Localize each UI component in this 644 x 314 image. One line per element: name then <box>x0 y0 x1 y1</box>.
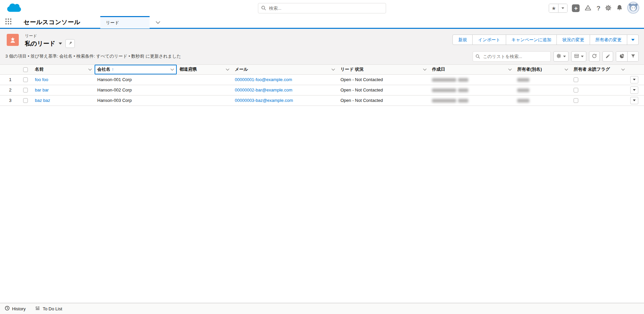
list-search-input[interactable] <box>473 51 551 62</box>
name-cell: foo foo <box>32 74 95 85</box>
more-actions-button[interactable] <box>627 35 639 45</box>
chevron-down-icon <box>331 68 335 71</box>
row-number: 3 <box>0 95 20 106</box>
tab-label: リード <box>106 20 119 26</box>
caret-down-icon <box>633 100 636 101</box>
chevron-down-icon <box>565 68 568 71</box>
change-status-button[interactable]: 状況の変更 <box>557 35 590 45</box>
tab-options-button[interactable] <box>154 18 162 26</box>
list-view-header: リード 私のリード 新規 インポート キャンペーンに追加 状況の変更 所有者の変… <box>0 29 644 65</box>
setup-button[interactable] <box>605 4 612 12</box>
chevron-down-icon <box>226 68 229 71</box>
refresh-icon <box>592 53 597 60</box>
help-button[interactable]: ? <box>596 5 600 12</box>
global-search-input[interactable] <box>258 3 386 13</box>
refresh-button[interactable] <box>589 51 600 62</box>
row-actions-button[interactable] <box>630 76 638 83</box>
list-view-controls-button[interactable] <box>553 51 569 62</box>
chevron-down-icon <box>156 20 160 25</box>
row-actions-cell <box>628 74 644 85</box>
pin-list-button[interactable] <box>65 39 75 48</box>
row-actions-cell <box>628 95 644 106</box>
header-name[interactable]: 名前 <box>32 65 95 74</box>
row-checkbox[interactable] <box>23 98 28 103</box>
chevron-down-icon <box>423 68 427 71</box>
header-company-sorted[interactable]: 会社名↑ <box>95 65 177 74</box>
favorites-star-button[interactable]: ★ <box>549 4 558 12</box>
favorites-dropdown-button[interactable] <box>558 4 567 12</box>
list-search <box>473 51 551 62</box>
row-checkbox[interactable] <box>23 88 28 92</box>
chart-filter-group <box>616 51 639 62</box>
header-lead-status[interactable]: リード 状況 <box>338 65 429 74</box>
plus-icon: + <box>572 4 580 12</box>
unread-flag-checkbox[interactable] <box>574 98 578 103</box>
change-owner-button[interactable]: 所有者の変更 <box>590 35 627 45</box>
email-link[interactable]: 00000003-baz@example.com <box>235 98 293 103</box>
row-select-cell <box>20 95 32 106</box>
search-icon <box>261 6 266 12</box>
todo-list-icon <box>35 306 40 312</box>
chevron-down-icon <box>508 68 512 71</box>
charts-button[interactable] <box>616 52 627 61</box>
favorites-button-group: ★ <box>549 4 568 13</box>
header-email[interactable]: メール <box>232 65 338 74</box>
name-cell: baz baz <box>32 95 95 106</box>
question-mark-icon: ? <box>596 5 600 12</box>
user-profile-button[interactable] <box>627 2 639 15</box>
guidance-center-button[interactable] <box>584 4 592 12</box>
bell-icon <box>616 4 623 12</box>
row-actions-button[interactable] <box>630 97 638 104</box>
caret-down-icon <box>633 89 636 91</box>
chevron-down-icon <box>621 68 625 71</box>
header-created-date[interactable]: 作成日 <box>429 65 515 74</box>
utility-todo-list-button[interactable]: To Do List <box>30 303 67 314</box>
row-checkbox[interactable] <box>23 77 28 82</box>
email-link[interactable]: 00000001-foo@example.com <box>235 77 292 82</box>
funnel-icon <box>631 54 636 60</box>
owner-alias-cell <box>515 74 571 85</box>
caret-down-icon <box>581 56 584 57</box>
table-row: 2 bar bar Hanson-002 Corp 00000002-bar@e… <box>0 85 644 95</box>
chevron-down-icon <box>170 68 174 71</box>
tab-leads[interactable]: リード <box>100 16 150 28</box>
global-actions-button[interactable]: + <box>572 4 580 12</box>
star-icon: ★ <box>551 6 556 11</box>
list-view-title[interactable]: 私のリード <box>25 40 55 48</box>
clock-icon <box>5 306 10 312</box>
list-view-selector-caret-icon[interactable] <box>59 43 62 45</box>
lead-name-link[interactable]: bar bar <box>35 87 49 92</box>
avatar <box>627 2 639 15</box>
row-actions-button[interactable] <box>630 86 638 94</box>
caret-down-icon <box>561 7 564 9</box>
display-as-button[interactable] <box>571 51 586 62</box>
app-launcher-waffle-icon[interactable] <box>5 18 13 26</box>
unread-flag-checkbox[interactable] <box>574 88 578 92</box>
utility-history-button[interactable]: History <box>0 303 30 314</box>
row-select-cell <box>20 74 32 85</box>
inline-edit-button[interactable] <box>602 51 613 62</box>
new-button[interactable]: 新規 <box>452 35 473 45</box>
header-owner-alias[interactable]: 所有者(別名) <box>515 65 571 74</box>
select-all-checkbox[interactable] <box>23 67 28 72</box>
pin-icon <box>68 41 72 46</box>
company-cell: Hanson-001 Corp <box>95 74 177 85</box>
filters-button[interactable] <box>627 52 638 61</box>
global-header: ★ + ? <box>0 0 644 16</box>
owner-alias-cell <box>515 85 571 95</box>
utility-bar: History To Do List <box>0 303 644 314</box>
lead-name-link[interactable]: baz baz <box>35 98 50 103</box>
header-unread-flag[interactable]: 所有者 未読フラグ <box>571 65 628 74</box>
unread-flag-checkbox[interactable] <box>574 77 578 82</box>
row-number: 2 <box>0 85 20 95</box>
object-label: リード <box>25 33 75 39</box>
notifications-button[interactable] <box>616 4 623 12</box>
caret-down-icon <box>631 39 635 41</box>
owner-alias-cell <box>515 95 571 106</box>
chevron-down-icon <box>88 68 92 71</box>
add-to-campaign-button[interactable]: キャンペーンに追加 <box>506 35 557 45</box>
lead-name-link[interactable]: foo foo <box>35 77 48 82</box>
import-button[interactable]: インポート <box>473 35 506 45</box>
email-link[interactable]: 00000002-bar@example.com <box>235 87 292 92</box>
header-state[interactable]: 都道府県 <box>177 65 232 74</box>
